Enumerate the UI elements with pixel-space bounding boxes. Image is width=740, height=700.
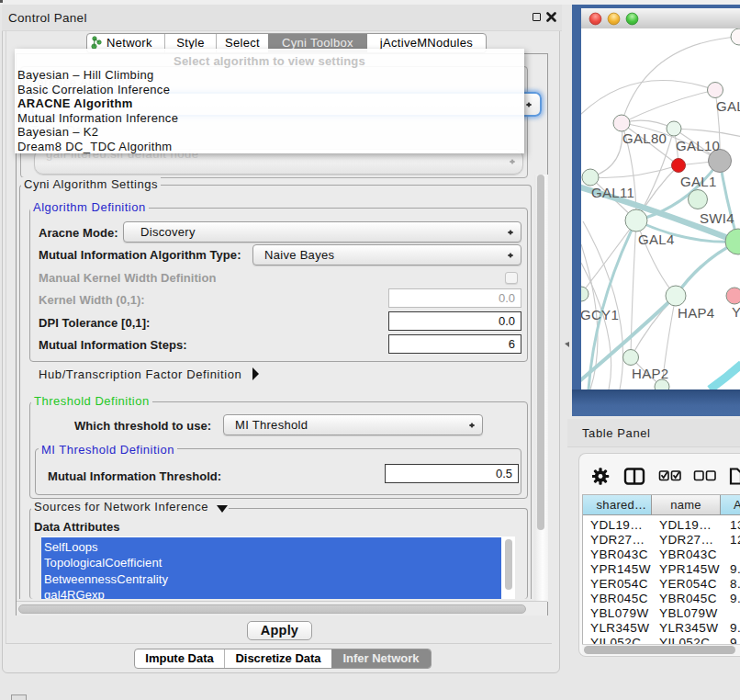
svg-text:GCY1: GCY1 <box>581 307 619 322</box>
svg-text:GAL80: GAL80 <box>622 130 667 146</box>
svg-text:GAL7: GAL7 <box>716 98 740 114</box>
svg-text:GAL11: GAL11 <box>591 185 634 200</box>
svg-text:HAP2: HAP2 <box>632 366 668 381</box>
svg-text:Y: Y <box>732 304 740 320</box>
svg-text:GAL4: GAL4 <box>638 231 675 247</box>
svg-text:GAL1: GAL1 <box>680 174 717 189</box>
svg-text:GAL10: GAL10 <box>676 138 720 153</box>
svg-text:HAP4: HAP4 <box>678 305 714 321</box>
svg-text:SWI4: SWI4 <box>700 210 734 226</box>
